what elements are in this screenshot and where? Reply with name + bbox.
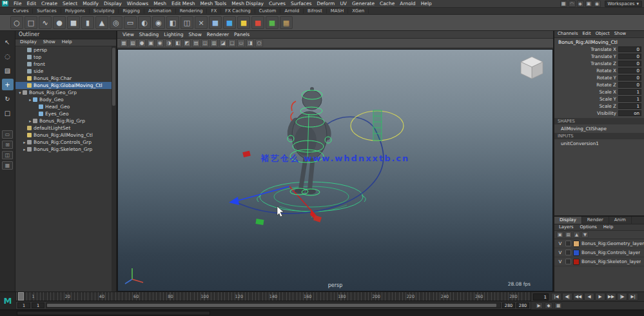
bridge-icon[interactable]: ◫	[181, 16, 193, 29]
channel-box-menu-item[interactable]: Channels	[556, 31, 580, 37]
lighting-icon[interactable]: ◉	[156, 39, 164, 47]
menubar-menu-item[interactable]: Help	[418, 1, 434, 6]
snap-grid-icon[interactable]: ▦	[560, 1, 567, 7]
channel-box-menu-item[interactable]: Object	[594, 31, 612, 37]
viewport-menu-item[interactable]: Shading	[137, 32, 161, 37]
texture-icon[interactable]: ▦	[280, 16, 293, 29]
channel-value-field[interactable]: 1	[618, 96, 641, 102]
layer-visibility-toggle[interactable]: V	[557, 250, 563, 255]
outliner-item[interactable]: Head_Geo	[15, 103, 112, 110]
layer-display-type-toggle[interactable]	[565, 241, 571, 246]
menubar-menu-item[interactable]: Arnold	[397, 1, 418, 6]
outliner-item[interactable]: ▸ Bonus_Rig:Skeleton_Grp	[15, 146, 112, 153]
channel-value-field[interactable]: on	[618, 110, 641, 116]
shelf-tab[interactable]: Polygons	[61, 8, 90, 14]
outliner-item[interactable]: defaultLightSet	[15, 124, 112, 132]
channel-label[interactable]: Translate Z	[554, 61, 616, 66]
channel-value-field[interactable]: 0	[618, 68, 641, 74]
green-material-icon[interactable]: ■	[266, 16, 278, 29]
channel-value-field[interactable]: 0	[618, 75, 641, 81]
menubar-menu-item[interactable]: Cache	[377, 1, 397, 6]
viewport-canvas[interactable]: 褚艺仓么 www.whdnxxtb.cn persp 28.08 fps	[117, 49, 553, 291]
menubar-menu-item[interactable]: Edit	[24, 1, 39, 6]
scale-tool[interactable]: □	[2, 107, 14, 119]
resolution-gate-icon[interactable]: ▭	[237, 39, 245, 47]
fk-control-curves[interactable]	[291, 101, 296, 121]
ik-ladder-control[interactable]	[373, 110, 382, 141]
channel-label[interactable]: Scale Y	[554, 96, 616, 102]
view-cube[interactable]	[518, 54, 546, 83]
outliner-item[interactable]: side	[15, 68, 112, 75]
menubar-menu-item[interactable]: Mesh Display	[229, 1, 266, 6]
shelf-tab[interactable]: Sculpting	[90, 8, 119, 14]
menubar-menu-item[interactable]: UV	[337, 1, 349, 6]
snap-to-grid-icon[interactable]: ▦	[120, 39, 128, 47]
menubar-menu-item[interactable]: Generate	[349, 1, 377, 6]
layer-editor-menu-item[interactable]: Options	[578, 224, 600, 230]
layout-single-pane-button[interactable]: ▭	[2, 130, 13, 139]
step-forward-frame-button[interactable]: |▶	[617, 293, 627, 301]
shelf-tab[interactable]: Surfaces	[33, 8, 61, 14]
shelf-tab[interactable]: XGen	[348, 8, 369, 14]
shelf-tab[interactable]: FX	[207, 8, 221, 14]
playback-end-field[interactable]: 280	[502, 302, 515, 308]
rotate-tool[interactable]: ↻	[2, 93, 14, 104]
construction-history-icon[interactable]: ▣	[585, 1, 592, 7]
curve-circle-icon[interactable]: ○	[10, 16, 23, 29]
image-plane-icon[interactable]: ▤	[192, 39, 200, 47]
layer-color-chip[interactable]	[573, 250, 580, 256]
outliner-item[interactable]: top	[15, 54, 112, 61]
snap-point-icon[interactable]: ◈	[577, 1, 584, 7]
poly-sphere-icon[interactable]: ●	[53, 16, 66, 29]
channel-box-object-name[interactable]: Bonus_Rig:AllMoving_Ctl	[554, 38, 644, 46]
layer-display-type-toggle[interactable]	[565, 259, 571, 264]
shelf-tab[interactable]: Rendering	[176, 8, 208, 14]
command-line-input[interactable]	[17, 311, 210, 315]
viewport-menu-item[interactable]: Lighting	[161, 32, 186, 37]
move-layer-down-icon[interactable]: ▼	[581, 232, 589, 238]
pencil-curve-icon[interactable]: ∿	[39, 16, 52, 29]
camera-attrs-icon[interactable]: ◧	[174, 39, 182, 47]
layer-row[interactable]: V Bonus_Rig:Skeleton_layer	[554, 257, 644, 266]
layer-color-chip[interactable]	[573, 241, 580, 247]
poly-plane-icon[interactable]: ▭	[124, 16, 137, 29]
gate-mask-icon[interactable]: ◨	[246, 39, 254, 47]
menubar-menu-item[interactable]: Curves	[266, 1, 288, 6]
outliner-menu-item[interactable]: Display	[17, 39, 39, 46]
outliner-menu-item[interactable]: Help	[59, 39, 75, 46]
multi-cut-icon[interactable]: ×	[195, 16, 208, 29]
outliner-scrollbar[interactable]	[112, 46, 116, 291]
channel-value-field[interactable]: 0	[618, 82, 641, 88]
current-frame-field[interactable]: 1	[533, 293, 549, 301]
shelf-tab[interactable]: Custom	[255, 8, 281, 14]
playback-speed-icon[interactable]: ▶	[535, 302, 543, 309]
field-chart-icon[interactable]: □	[228, 39, 236, 47]
new-empty-layer-icon[interactable]: ▣	[556, 232, 563, 238]
channel-label[interactable]: Translate Y	[554, 54, 616, 59]
layer-editor-tab[interactable]: Render	[582, 217, 609, 224]
channel-label[interactable]: Visibility	[554, 110, 616, 116]
viewport-menu-item[interactable]: Panels	[231, 32, 252, 37]
red-key-box-2[interactable]	[313, 215, 322, 222]
lasso-select-tool[interactable]: ◌	[2, 50, 14, 62]
go-to-end-button[interactable]: ▶|	[628, 293, 638, 301]
outliner-item[interactable]: ▸ Body_Geo	[15, 96, 112, 103]
expand-arrow-icon[interactable]: ▸	[22, 147, 27, 152]
channel-value-field[interactable]: 0	[618, 61, 641, 66]
viewport-menu-item[interactable]: Renderer	[204, 32, 231, 37]
menubar-menu-item[interactable]: Create	[39, 1, 60, 6]
shelf-tab[interactable]: Animation	[144, 8, 176, 14]
channel-label[interactable]: Rotate Z	[554, 82, 616, 88]
poly-cube-icon[interactable]: ■	[67, 16, 80, 29]
outliner-item[interactable]: ▸ Bonus_Rig:Rig_Grp	[15, 117, 112, 124]
layer-row[interactable]: V Bonus_Rig:Geometry_layer	[554, 239, 644, 248]
layer-editor-tab[interactable]: Anim	[609, 217, 632, 224]
step-back-frame-button[interactable]: ◀|	[562, 293, 572, 301]
current-time-indicator[interactable]	[18, 292, 24, 301]
range-slider-thumb[interactable]	[47, 304, 496, 307]
shelf-tab[interactable]: Bifrost	[304, 8, 327, 14]
animation-start-field[interactable]: 1	[17, 302, 30, 308]
go-to-start-button[interactable]: |◀	[551, 293, 561, 301]
menubar-menu-item[interactable]: Modify	[80, 1, 101, 6]
menubar-menu-item[interactable]: File	[11, 1, 24, 6]
